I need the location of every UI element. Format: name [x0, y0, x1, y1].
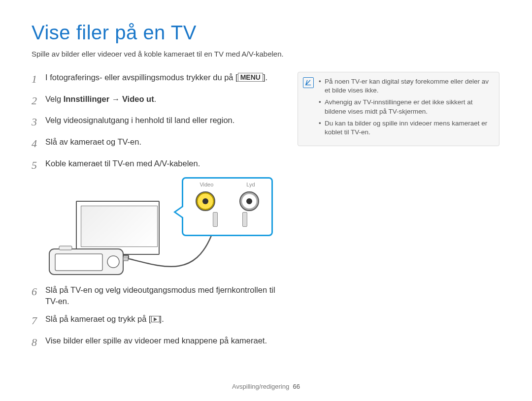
note-item: Du kan ta bilder og spille inn videoer m…	[319, 119, 492, 137]
step-8: 8 Vise bilder eller spille av videoer me…	[32, 335, 278, 350]
step-number: 8	[32, 335, 40, 350]
svg-rect-1	[55, 254, 102, 271]
page-number: 66	[293, 383, 299, 390]
step-text: Vise bilder eller spille av videoer med …	[45, 335, 267, 350]
video-jack-label: Video	[200, 182, 213, 187]
svg-point-2	[107, 256, 119, 268]
note-icon	[303, 77, 314, 88]
steps-column: 1 I fotograferings- eller avspillingsmod…	[32, 72, 278, 356]
note-box: På noen TV-er kan digital støy forekomme…	[298, 72, 499, 146]
step-6: 6 Slå på TV-en og velg videoutgangsmodus…	[32, 284, 278, 307]
av-jacks-callout: Video Lyd	[182, 177, 273, 236]
playback-icon	[151, 316, 160, 322]
step-number: 1	[32, 72, 40, 87]
video-plug-icon	[213, 212, 218, 227]
step-1: 1 I fotograferings- eller avspillingsmod…	[32, 72, 278, 87]
camera-icon	[46, 242, 130, 278]
step-text: Slå på kameraet og trykk på [].	[45, 313, 164, 328]
svg-rect-3	[59, 246, 72, 250]
step-5: 5 Koble kameraet til TV-en med A/V-kabel…	[32, 158, 278, 173]
connection-diagram: Video Lyd	[46, 179, 278, 278]
audio-jack-icon	[239, 191, 259, 211]
footer-section: Avspilling/redigering	[232, 383, 289, 390]
step-text: Slå av kameraet og TV-en.	[45, 136, 141, 151]
step-text: I fotograferings- eller avspillingsmodus…	[45, 72, 267, 87]
step-2: 2 Velg Innstillinger → Video ut.	[32, 93, 278, 108]
page-title: Vise filer på en TV	[32, 22, 502, 44]
step-text: Koble kameraet til TV-en med A/V-kabelen…	[45, 158, 200, 173]
step-3: 3 Velg videosignalutgang i henhold til l…	[32, 115, 278, 129]
step-number: 7	[32, 313, 40, 328]
audio-jack-label: Lyd	[246, 182, 255, 187]
step-number: 3	[32, 115, 40, 129]
step-number: 5	[32, 158, 40, 173]
step-7: 7 Slå på kameraet og trykk på [].	[32, 313, 278, 328]
svg-rect-4	[123, 257, 128, 261]
note-item: På noen TV-er kan digital støy forekomme…	[319, 77, 492, 95]
step-number: 6	[32, 284, 40, 307]
notes-column: På noen TV-er kan digital støy forekomme…	[298, 72, 499, 356]
note-item: Avhengig av TV-innstillingene er det ikk…	[319, 98, 492, 116]
step-number: 2	[32, 93, 40, 108]
step-4: 4 Slå av kameraet og TV-en.	[32, 136, 278, 151]
audio-plug-icon	[242, 212, 247, 227]
page-subtitle: Spille av bilder eller videoer ved å kob…	[32, 50, 502, 58]
video-jack-icon	[196, 191, 215, 211]
step-text: Velg videosignalutgang i henhold til lan…	[45, 115, 234, 129]
step-text: Slå på TV-en og velg videoutgangsmodus m…	[45, 284, 278, 307]
step-text: Velg Innstillinger → Video ut.	[45, 93, 156, 108]
page-footer: Avspilling/redigering 66	[0, 383, 532, 390]
menu-button-label: MENU	[238, 73, 263, 82]
step-number: 4	[32, 136, 40, 151]
manual-page: Vise filer på en TV Spille av bilder ell…	[0, 0, 532, 401]
